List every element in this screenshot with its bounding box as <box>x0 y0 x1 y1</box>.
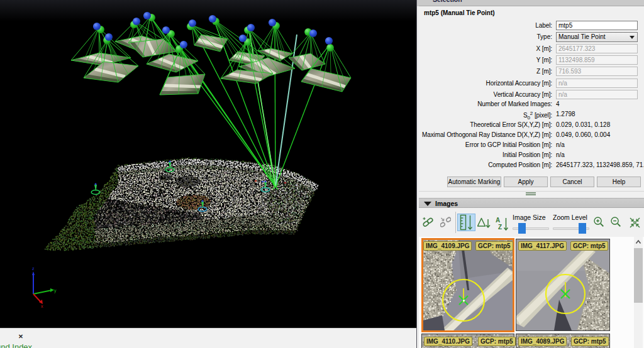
svg-text:z: z <box>32 266 35 271</box>
svg-text:y: y <box>54 288 57 293</box>
svg-text:x: x <box>41 304 43 308</box>
